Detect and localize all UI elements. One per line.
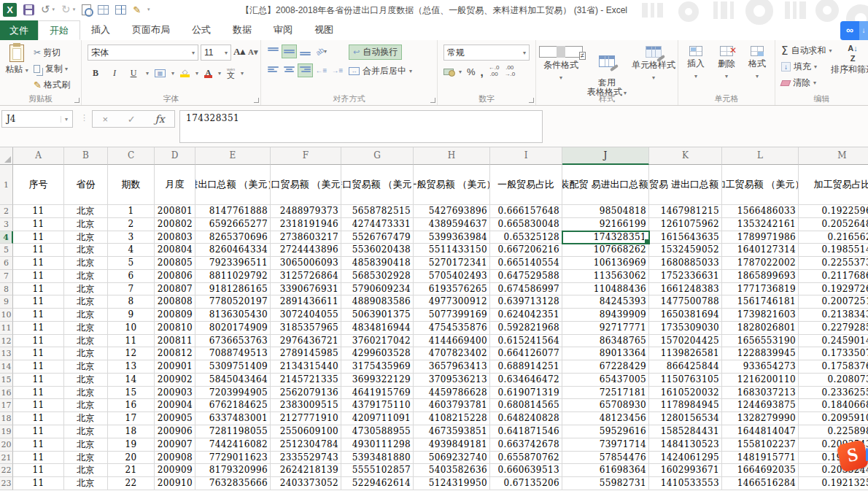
cell-H7[interactable]: 5705402493 bbox=[414, 270, 490, 283]
cell-H13[interactable]: 4707823402 bbox=[414, 347, 490, 360]
column-header-D[interactable]: D bbox=[155, 147, 195, 165]
cell-F9[interactable]: 2891436611 bbox=[271, 295, 341, 309]
cell-H6[interactable]: 5270172341 bbox=[414, 257, 490, 270]
cell-E9[interactable]: 7780520197 bbox=[195, 295, 271, 309]
cell-K21[interactable]: 1424061295 bbox=[649, 452, 722, 465]
cell-D13[interactable]: 200812 bbox=[155, 347, 195, 360]
cut-button[interactable]: ✂剪切 bbox=[34, 46, 61, 59]
formula-input[interactable]: 174328351 bbox=[179, 110, 543, 143]
grow-font-button[interactable]: A▴ bbox=[233, 45, 245, 58]
cell-D12[interactable]: 200811 bbox=[155, 335, 195, 348]
paste-dropdown-icon[interactable]: ▾ bbox=[26, 67, 28, 74]
cell-M10[interactable]: 0.213834352 bbox=[799, 309, 868, 322]
cell-G22[interactable]: 5555102857 bbox=[341, 464, 414, 477]
row-header-12[interactable]: 12 bbox=[0, 335, 13, 348]
cell-F14[interactable]: 2134315440 bbox=[271, 360, 341, 374]
formula-bar-drag-handle[interactable]: ⋮ bbox=[80, 113, 88, 123]
cell-C12[interactable]: 11 bbox=[108, 335, 155, 348]
cell-G18[interactable]: 4209711091 bbox=[341, 412, 414, 425]
header-cell-C1[interactable]: 期数 bbox=[108, 165, 155, 205]
name-box[interactable]: J4▾ bbox=[1, 110, 73, 128]
cell-C14[interactable]: 13 bbox=[108, 360, 155, 374]
tab-file[interactable]: 文件 bbox=[0, 20, 38, 40]
cell-B10[interactable]: 北京 bbox=[64, 309, 108, 322]
cell-E12[interactable]: 6736653763 bbox=[195, 335, 271, 348]
cell-L13[interactable]: 1228839945 bbox=[722, 347, 799, 360]
cell-C6[interactable]: 5 bbox=[108, 257, 155, 270]
redo-icon[interactable]: ↻ bbox=[61, 2, 71, 17]
cell-C8[interactable]: 7 bbox=[108, 283, 155, 296]
tab-review[interactable]: 审阅 bbox=[263, 20, 303, 40]
cell-M11[interactable]: 0.227928545 bbox=[799, 322, 868, 335]
cell-G3[interactable]: 4274473331 bbox=[341, 218, 414, 231]
row-header-7[interactable]: 7 bbox=[0, 270, 13, 283]
cell-A8[interactable]: 11 bbox=[13, 283, 64, 296]
header-cell-J1[interactable]: 来料加工装配贸 易进出口总额 （美元） bbox=[562, 165, 649, 205]
cell-H5[interactable]: 5511433150 bbox=[414, 244, 490, 257]
cell-A14[interactable]: 11 bbox=[13, 360, 64, 374]
cell-H11[interactable]: 4754535876 bbox=[414, 322, 490, 335]
cell-A15[interactable]: 11 bbox=[13, 374, 64, 387]
cell-J14[interactable]: 67228429 bbox=[562, 360, 649, 374]
conditional-formatting-button[interactable]: ≠ 条件格式▾ bbox=[539, 46, 583, 82]
cell-L5[interactable]: 1640127314 bbox=[722, 244, 799, 257]
fill-color-dropdown-icon[interactable]: ▾ bbox=[195, 70, 198, 77]
cell-L3[interactable]: 1353242161 bbox=[722, 218, 799, 231]
cell-I2[interactable]: 0.666157648 bbox=[490, 205, 562, 218]
cell-J13[interactable]: 89013364 bbox=[562, 347, 649, 360]
cell-L15[interactable]: 1216200110 bbox=[722, 374, 799, 387]
cell-H22[interactable]: 5403582636 bbox=[414, 464, 490, 477]
cell-H17[interactable]: 4603793781 bbox=[414, 399, 490, 412]
cell-I4[interactable]: 0.65325128 bbox=[490, 231, 562, 244]
cell-D9[interactable]: 200808 bbox=[155, 295, 195, 309]
cell-E15[interactable]: 5845043464 bbox=[195, 374, 271, 387]
cell-H12[interactable]: 4144669400 bbox=[414, 335, 490, 348]
print-preview-icon[interactable] bbox=[82, 4, 91, 15]
accounting-format-icon[interactable] bbox=[443, 69, 454, 75]
cell-J2[interactable]: 98504818 bbox=[562, 205, 649, 218]
cell-G8[interactable]: 5790609234 bbox=[341, 283, 414, 296]
cancel-entry-icon[interactable]: × bbox=[102, 114, 108, 125]
header-cell-G1[interactable]: 进口贸易额 （美元） bbox=[341, 165, 414, 205]
cell-M19[interactable]: 0.22589882 bbox=[799, 425, 868, 438]
cell-A4[interactable]: 11 bbox=[13, 231, 64, 244]
tab-insert[interactable]: 插入 bbox=[80, 20, 121, 40]
cell-D17[interactable]: 200904 bbox=[155, 399, 195, 412]
cell-E23[interactable]: 7632835666 bbox=[195, 477, 271, 490]
cell-G2[interactable]: 5658782515 bbox=[341, 205, 414, 218]
cell-I12[interactable]: 0.615241564 bbox=[490, 335, 562, 348]
cell-E5[interactable]: 8260464334 bbox=[195, 244, 271, 257]
cell-A19[interactable]: 11 bbox=[13, 425, 64, 438]
cell-K7[interactable]: 1752336631 bbox=[649, 270, 722, 283]
font-name-combo[interactable]: 宋体▾ bbox=[88, 45, 198, 61]
cell-E3[interactable]: 6592665277 bbox=[195, 218, 271, 231]
format-cells-button[interactable]: 格式▾ bbox=[743, 46, 772, 80]
row-header-5[interactable]: 5 bbox=[0, 244, 13, 257]
cell-L19[interactable]: 1644814047 bbox=[722, 425, 799, 438]
cell-M15[interactable]: 0.20807375 bbox=[799, 374, 868, 387]
cell-J5[interactable]: 107668262 bbox=[562, 244, 649, 257]
column-header-K[interactable]: K bbox=[649, 147, 722, 165]
cell-J19[interactable]: 59529616 bbox=[562, 425, 649, 438]
cell-I11[interactable]: 0.592821968 bbox=[490, 322, 562, 335]
row-header-15[interactable]: 15 bbox=[0, 374, 13, 387]
cell-I18[interactable]: 0.648240828 bbox=[490, 412, 562, 425]
italic-button[interactable]: I bbox=[108, 66, 121, 80]
cell-D16[interactable]: 200903 bbox=[155, 387, 195, 400]
cell-C10[interactable]: 9 bbox=[108, 309, 155, 322]
column-header-F[interactable]: F bbox=[271, 147, 341, 165]
cell-M16[interactable]: 0.233625542 bbox=[799, 387, 868, 400]
row-header-1[interactable]: 1 bbox=[0, 165, 13, 205]
cell-B2[interactable]: 北京 bbox=[64, 205, 108, 218]
cell-E19[interactable]: 7281198055 bbox=[195, 425, 271, 438]
cell-C15[interactable]: 14 bbox=[108, 374, 155, 387]
sogou-input-icon[interactable]: S bbox=[839, 442, 868, 471]
cell-C11[interactable]: 10 bbox=[108, 322, 155, 335]
column-header-M[interactable]: M bbox=[799, 147, 868, 165]
cell-I20[interactable]: 0.663742678 bbox=[490, 438, 562, 452]
cell-K12[interactable]: 1570204425 bbox=[649, 335, 722, 348]
bold-button[interactable]: B bbox=[89, 66, 102, 80]
cell-C2[interactable]: 1 bbox=[108, 205, 155, 218]
cell-J7[interactable]: 113563062 bbox=[562, 270, 649, 283]
cell-E4[interactable]: 8265370696 bbox=[195, 231, 271, 244]
